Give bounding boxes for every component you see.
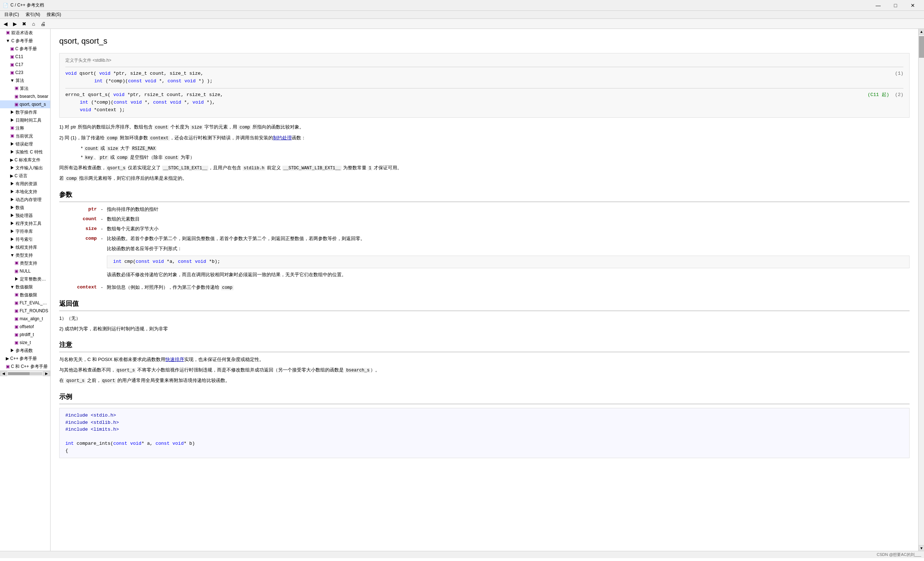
sidebar-item-stdlib[interactable]: ▶ C 标准库文件 <box>0 156 50 164</box>
menu-item-index[interactable]: 索引(N) <box>23 11 44 18</box>
sidebar-item-max-align[interactable]: ▣ max_align_t <box>0 315 50 323</box>
sidebar-item-numbers[interactable]: ▶ 数值 <box>0 204 50 212</box>
sidebar-item-c23[interactable]: ▣ C23 <box>0 69 50 76</box>
sig2-comma: *, <box>144 100 153 105</box>
sidebar-item-qsort[interactable]: ▣ qsort, qsort_s <box>0 100 50 108</box>
sidebar-item-c-ref[interactable]: ▼ C 参考手册 <box>0 37 50 45</box>
stop-button[interactable]: ✖ <box>20 20 28 28</box>
titlebar: 📄 C / C++ 参考文档 — □ ✕ <box>0 0 924 11</box>
sidebar-item-numlimits[interactable]: ▼ 数值极限 <box>0 283 50 291</box>
ic-key: key <box>84 155 94 160</box>
fn-compare-ints: compare_ints( <box>76 441 113 446</box>
sidebar-item-preproc[interactable]: ▶ 预处理器 <box>0 212 50 219</box>
sidebar-item-c17[interactable]: ▣ C17 <box>0 61 50 69</box>
sidebar-item-algo-inner[interactable]: ▣ 算法 <box>0 84 50 92</box>
tree-icon-pd: ▣ <box>15 332 18 337</box>
sidebar-item-ptrdiff[interactable]: ▣ ptrdiff_t <box>0 331 50 339</box>
sidebar-item-glossary[interactable]: ▣ 双语术语表 <box>0 29 50 37</box>
sidebar-item-reffunc[interactable]: ▶ 参考函数 <box>0 346 50 354</box>
sidebar-item-bsearch[interactable]: ▣ bsearch, bsear <box>0 92 50 100</box>
link-constraint[interactable]: 制约处理 <box>273 135 292 140</box>
sidebar-item-error[interactable]: ▶ 错误处理 <box>0 140 50 148</box>
sidebar-item-numlimits-inner[interactable]: ▣ 数值极限 <box>0 291 50 299</box>
sidebar-item-string[interactable]: ▶ 字符串库 <box>0 227 50 236</box>
include-limits: #include <limits.h> <box>65 427 119 432</box>
scroll-up-btn[interactable]: ▲ <box>919 29 924 34</box>
tree-icon-qsort: ▣ <box>15 102 18 107</box>
sidebar-item-c11[interactable]: ▣ C11 <box>0 53 50 61</box>
sidebar-item-fixedint[interactable]: ▶ 定常整数类型（ <box>0 275 50 283</box>
example-code: #include <stdio.h> #include <stdlib.h> #… <box>59 408 909 458</box>
hscroll-thumb[interactable] <box>8 372 30 375</box>
app-title: C / C++ 参考文档 <box>10 2 44 8</box>
code-line-4 <box>65 433 903 440</box>
sidebar-hscroll[interactable]: ◀ ▶ <box>0 370 50 376</box>
maximize-button[interactable]: □ <box>887 0 904 11</box>
sidebar-item-threads[interactable]: ▶ 线程支持库 <box>0 243 50 251</box>
sidebar-item-flt-eval[interactable]: ▣ FLT_EVAL_ME <box>0 299 50 307</box>
expand-icon: ▣ <box>6 30 10 35</box>
sig2-block: (2) (C11 起) errno_t qsort_s( void *ptr, … <box>65 88 903 114</box>
right-scrollbar[interactable]: ▲ ▼ <box>918 29 924 551</box>
fn-qsort-s: qsort_s( <box>88 92 113 98</box>
param-comp-row: comp - 比较函数。若首个参数小于第二个，则返回负整数值，若首个参数大于第二… <box>68 235 909 282</box>
sidebar-item-combined[interactable]: ▣ C 和 C++ 参考手册 <box>0 363 50 370</box>
sidebar-item-algorithm[interactable]: ▼ 算法 <box>0 76 50 84</box>
kw-errno: errno_t <box>65 92 88 98</box>
ic-one: 1 <box>368 166 372 171</box>
tree-icon-combined: ▣ <box>6 364 10 369</box>
sidebar-item-cpp-ref[interactable]: ▶ C++ 参考手册 <box>0 354 50 363</box>
tree-icon-null: ▣ <box>15 268 18 274</box>
menu-item-search[interactable]: 搜索(S) <box>44 11 64 18</box>
sidebar-item-fileio[interactable]: ▶ 文件输入/输出 <box>0 164 50 172</box>
back-button[interactable]: ◀ <box>2 20 9 28</box>
scroll-track[interactable] <box>919 34 924 545</box>
hscroll-track[interactable] <box>8 372 42 375</box>
sidebar-item-experimental[interactable]: ▶ 实验性 C 特性 <box>0 148 50 156</box>
scroll-thumb[interactable] <box>919 36 924 58</box>
home-button[interactable]: ⌂ <box>30 20 38 28</box>
minimize-button[interactable]: — <box>870 0 886 11</box>
sidebar-item-c-manual[interactable]: ▣ C 参考手册 <box>0 45 50 53</box>
sig2-void-rest: *), <box>207 100 215 105</box>
ic-comp3: comp <box>116 155 129 160</box>
sidebar-item-resources[interactable]: ▶ 有用的资源 <box>0 180 50 188</box>
sidebar[interactable]: ▣ 双语术语表 ▼ C 参考手册 ▣ C 参考手册 ▣ C11 ▣ C17 ▣ … <box>0 29 51 551</box>
sidebar-item-comment[interactable]: ▣ 注释 <box>0 124 50 132</box>
sig1-comp: (*comp)( <box>105 78 128 84</box>
sidebar-item-datetime[interactable]: ▶ 日期时间工具 <box>0 116 50 124</box>
ic-size2: size <box>106 146 119 151</box>
sidebar-item-symbols[interactable]: ▶ 符号索引 <box>0 236 50 243</box>
param-size-desc: 数组每个元素的字节大小 <box>107 225 909 233</box>
sig1-line: void qsort( void *ptr, size_t count, siz… <box>65 70 903 78</box>
sig1-line2: int (*comp)(const void *, const void *) … <box>65 78 903 85</box>
sig2-num: (2) <box>895 92 903 99</box>
sidebar-item-null[interactable]: ▣ NULL <box>0 267 50 275</box>
scroll-left-btn[interactable]: ◀ <box>0 371 7 376</box>
status-text: CSDN @想要AC的刘___ <box>877 552 921 557</box>
code-line-5: int compare_ints(const void* a, const vo… <box>65 440 903 447</box>
menu-item-contents[interactable]: 目录(C) <box>2 11 22 18</box>
print-button[interactable]: 🖨 <box>39 20 47 28</box>
expand-sym-icon: ▶ <box>10 237 15 242</box>
sidebar-item-sizet[interactable]: ▣ size_t <box>0 339 50 346</box>
sidebar-item-clang[interactable]: ▶ C 语言 <box>0 172 50 180</box>
kw-const-ci: const void <box>113 441 141 446</box>
sidebar-item-typesupp[interactable]: ▼ 类型支持 <box>0 251 50 259</box>
sidebar-item-flt-rounds[interactable]: ▣ FLT_ROUNDS <box>0 307 50 315</box>
close-button[interactable]: ✕ <box>904 0 921 11</box>
sidebar-item-typesupp-inner[interactable]: ▣ 类型支持 <box>0 259 50 267</box>
forward-button[interactable]: ▶ <box>11 20 19 28</box>
sig2-line2: int (*comp)(const void *, const void *, … <box>65 99 903 106</box>
tree-icon-c11: ▣ <box>10 54 14 59</box>
sidebar-item-locale[interactable]: ▶ 本地化支持 <box>0 188 50 196</box>
titlebar-controls[interactable]: — □ ✕ <box>870 0 921 11</box>
scroll-right-btn[interactable]: ▶ <box>43 371 50 376</box>
sidebar-item-numeric[interactable]: ▶ 数字操作库 <box>0 108 50 116</box>
sidebar-item-status[interactable]: ▣ 当前状况 <box>0 132 50 140</box>
link-quicksort[interactable]: 快速排序 <box>165 357 184 362</box>
sidebar-item-memory[interactable]: ▶ 动态内存管理 <box>0 196 50 204</box>
sidebar-item-progtools[interactable]: ▶ 程序支持工具 <box>0 219 50 227</box>
scroll-down-btn[interactable]: ▼ <box>919 545 924 551</box>
sidebar-item-offsetof[interactable]: ▣ offsetof <box>0 323 50 331</box>
